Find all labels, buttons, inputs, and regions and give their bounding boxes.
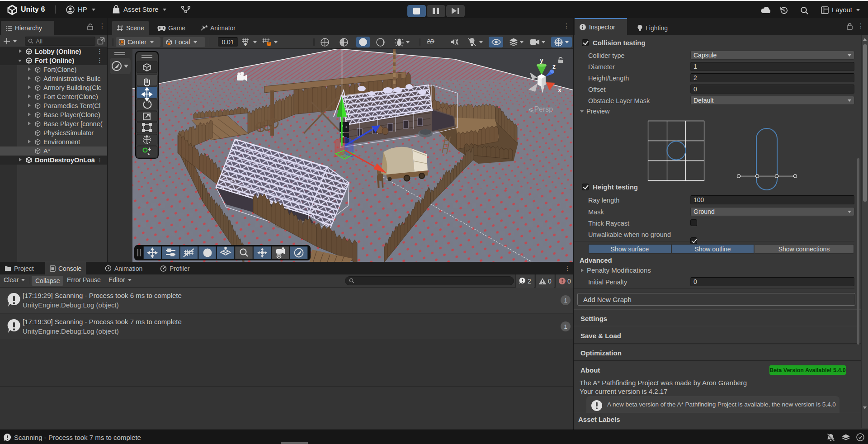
svg-text:Y: Y: [245, 43, 247, 47]
svg-text:⩽Persp: ⩽Persp: [528, 105, 553, 113]
svg-text:y: y: [540, 57, 543, 64]
svg-text:x: x: [558, 86, 561, 94]
svg-text:z: z: [552, 63, 556, 70]
